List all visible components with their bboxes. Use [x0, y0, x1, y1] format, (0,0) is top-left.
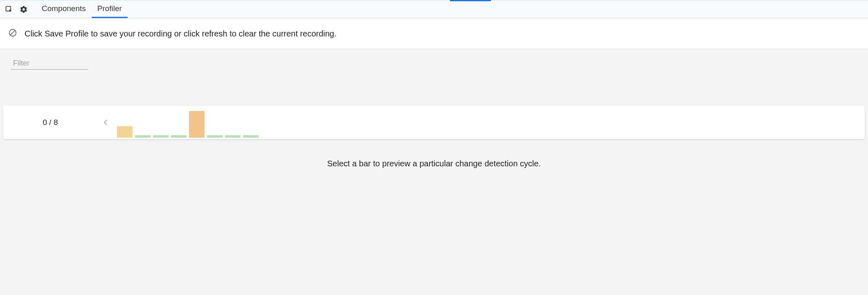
tab-profiler[interactable]: Profiler — [92, 0, 128, 18]
chart-bar[interactable] — [207, 135, 223, 138]
svg-line-2 — [10, 30, 15, 35]
chart-bar[interactable] — [225, 135, 241, 138]
profiler-bar-chart: 0 / 8 — [3, 106, 865, 139]
chart-bar[interactable] — [153, 135, 169, 138]
hint-text: Select a bar to preview a particular cha… — [0, 159, 868, 168]
devtools-toolbar: Components Profiler — [0, 0, 868, 18]
frame-counter: 0 / 8 — [3, 118, 97, 127]
chart-bar[interactable] — [171, 135, 187, 138]
tab-list: Components Profiler — [36, 0, 128, 18]
tab-components[interactable]: Components — [36, 0, 92, 18]
bars-container — [114, 106, 259, 139]
chart-bar[interactable] — [189, 111, 205, 138]
prohibit-icon[interactable] — [8, 28, 17, 39]
tab-label: Profiler — [97, 4, 122, 13]
info-message-text: Click Save Profile to save your recordin… — [25, 29, 337, 39]
gear-icon[interactable] — [18, 4, 29, 15]
accent-indicator — [450, 0, 491, 1]
chevron-left-icon[interactable] — [97, 106, 114, 139]
chart-bar[interactable] — [135, 135, 151, 138]
inspect-icon[interactable] — [3, 4, 15, 15]
filter-area — [0, 49, 868, 70]
filter-input[interactable] — [11, 57, 88, 70]
tab-label: Components — [42, 4, 86, 13]
chart-bar[interactable] — [117, 126, 133, 138]
chart-bar[interactable] — [243, 135, 259, 138]
info-message-row: Click Save Profile to save your recordin… — [0, 18, 868, 49]
